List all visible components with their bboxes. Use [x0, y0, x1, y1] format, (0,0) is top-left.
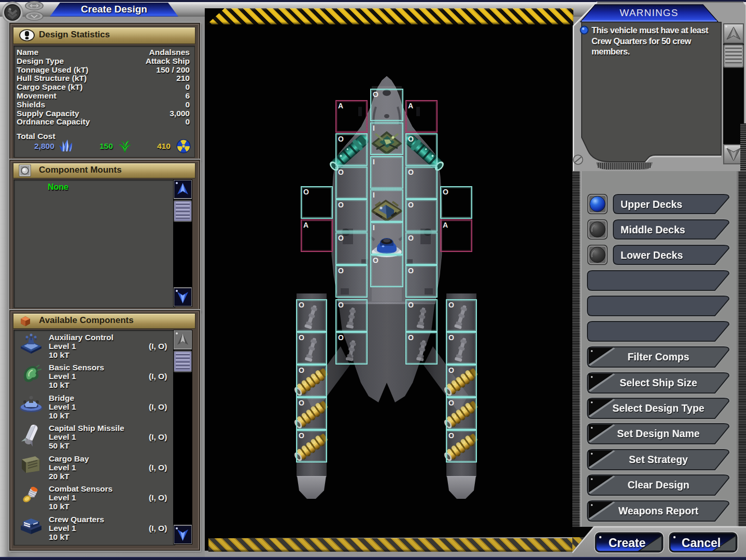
svg-text:O: O [299, 431, 304, 440]
svg-text:Set Design Name: Set Design Name [617, 428, 699, 439]
svg-text:I: I [373, 223, 375, 232]
svg-text:O: O [448, 399, 454, 407]
svg-text:O: O [338, 301, 344, 309]
svg-text:I: I [373, 158, 375, 166]
svg-text:A: A [443, 221, 448, 229]
svg-text:O: O [448, 301, 454, 309]
svg-text:Weapons Report: Weapons Report [618, 505, 699, 516]
svg-text:O: O [448, 431, 454, 440]
svg-text:A: A [303, 221, 308, 229]
svg-text:I: I [373, 191, 375, 199]
svg-text:Middle Decks: Middle Decks [621, 224, 685, 235]
svg-text:Clear Design: Clear Design [627, 479, 689, 491]
svg-text:Set Strategy: Set Strategy [629, 454, 688, 465]
svg-text:O: O [299, 301, 304, 309]
svg-text:Select Design Type: Select Design Type [612, 402, 705, 414]
svg-text:O: O [299, 399, 304, 407]
svg-text:Cancel: Cancel [682, 536, 721, 550]
svg-text:O: O [408, 333, 414, 342]
svg-text:O: O [338, 333, 344, 342]
svg-text:A: A [408, 102, 413, 110]
svg-text:O: O [299, 366, 304, 374]
svg-text:O: O [303, 188, 309, 196]
svg-text:I: I [373, 124, 375, 132]
svg-text:Select Ship Size: Select Ship Size [620, 377, 697, 388]
svg-text:O: O [373, 256, 378, 264]
svg-text:O: O [448, 333, 454, 342]
svg-text:O: O [448, 366, 454, 374]
svg-text:O: O [408, 234, 414, 242]
svg-text:O: O [299, 333, 304, 342]
svg-text:O: O [408, 135, 414, 143]
svg-text:Lower Decks: Lower Decks [621, 249, 683, 261]
svg-text:A: A [338, 102, 343, 110]
svg-text:O: O [408, 267, 414, 275]
svg-text:O: O [443, 188, 448, 196]
svg-text:WARNINGS: WARNINGS [620, 7, 678, 18]
svg-text:Upper Decks: Upper Decks [621, 199, 682, 210]
svg-text:O: O [338, 168, 344, 176]
svg-text:O: O [373, 90, 378, 99]
svg-text:O: O [338, 201, 344, 209]
svg-text:O: O [338, 234, 344, 242]
svg-text:O: O [338, 267, 344, 275]
svg-text:Filter Comps: Filter Comps [627, 351, 689, 362]
svg-text:O: O [408, 201, 414, 209]
svg-text:O: O [338, 135, 344, 143]
svg-text:Create: Create [609, 536, 646, 550]
svg-text:O: O [408, 301, 414, 309]
svg-text:O: O [408, 168, 414, 176]
